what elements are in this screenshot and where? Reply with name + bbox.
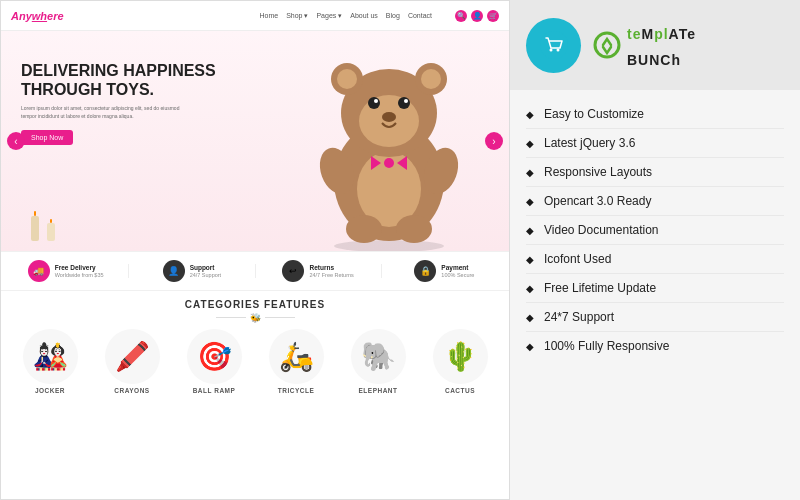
cat-ball-ramp[interactable]: 🎯 BALL RAMP [187, 329, 242, 394]
website-preview: Anywhere Home Shop ▾ Pages ▾ About us Bl… [0, 0, 510, 500]
feature-fully-responsive: ◆ 100% Fully Responsive [526, 332, 784, 360]
hero-text: DELIVERING HAPPINESS THROUGH TOYS. Lorem… [21, 61, 216, 145]
shop-now-button[interactable]: Shop Now [21, 130, 73, 145]
categories-items: 🎎 JOCKER 🖍️ CRAYONS 🎯 BALL RAMP 🛵 TRICYC… [11, 329, 499, 394]
cat-jocker[interactable]: 🎎 JOCKER [23, 329, 78, 394]
svg-point-21 [540, 31, 568, 59]
brand-name: teMplATe BUNCh [593, 19, 696, 71]
features-list: ◆ Easy to Customize ◆ Latest jQuery 3.6 … [510, 90, 800, 500]
feature-responsive: ◆ Responsive Layouts [526, 158, 784, 187]
svg-point-9 [337, 69, 357, 89]
svg-point-6 [396, 215, 432, 243]
tricycle-label: TRICYCLE [278, 387, 315, 394]
cactus-label: CACTUS [445, 387, 475, 394]
svg-point-14 [398, 97, 410, 109]
hero-section: ‹ DELIVERING HAPPINESS THROUGH TOYS. Lor… [1, 31, 509, 251]
nav-about[interactable]: About us [350, 12, 378, 20]
feature-label-3: Responsive Layouts [544, 165, 652, 179]
feature-label-7: Free Lifetime Update [544, 281, 656, 295]
cat-elephant[interactable]: 🐘 ELEPHANT [351, 329, 406, 394]
feature-label-8: 24*7 Support [544, 310, 614, 324]
svg-point-16 [404, 99, 408, 103]
hero-subtitle: Lorem ipsum dolor sit amet, consectetur … [21, 105, 181, 120]
brand-name-text: teMplATe BUNCh [627, 19, 696, 71]
ball-ramp-image: 🎯 [187, 329, 242, 384]
support-sub: 24/7 Support [190, 272, 222, 279]
feature-lifetime-update: ◆ Free Lifetime Update [526, 274, 784, 303]
feature-jquery: ◆ Latest jQuery 3.6 [526, 129, 784, 158]
feature-returns: ↩ Returns 24/7 Free Returns [258, 260, 379, 282]
cactus-image: 🌵 [433, 329, 488, 384]
nav-pages[interactable]: Pages ▾ [316, 12, 342, 20]
feature-label-5: Video Documentation [544, 223, 659, 237]
feature-delivery: 🚚 Free Delivery Worldwide from $35 [5, 260, 126, 282]
decoration [31, 216, 55, 241]
feature-video-docs: ◆ Video Documentation [526, 216, 784, 245]
feature-label-4: Opencart 3.0 Ready [544, 194, 651, 208]
features-bar: 🚚 Free Delivery Worldwide from $35 👤 Sup… [1, 251, 509, 291]
support-icon: 👤 [163, 260, 185, 282]
cart-icon[interactable]: 🛒 [487, 10, 499, 22]
hero-arrow-left[interactable]: ‹ [7, 132, 25, 150]
navbar: Anywhere Home Shop ▾ Pages ▾ About us Bl… [1, 1, 509, 31]
brand-header: teMplATe BUNCh [510, 0, 800, 90]
diamond-icon-7: ◆ [526, 283, 534, 294]
svg-point-17 [382, 112, 396, 122]
returns-sub: 24/7 Free Returns [309, 272, 353, 279]
nav-icons: 🔍 👤 🛒 [455, 10, 499, 22]
delivery-title: Free Delivery [55, 264, 104, 272]
diamond-icon-4: ◆ [526, 196, 534, 207]
diamond-icon-3: ◆ [526, 167, 534, 178]
svg-point-20 [384, 158, 394, 168]
diamond-icon-5: ◆ [526, 225, 534, 236]
feature-opencart: ◆ Opencart 3.0 Ready [526, 187, 784, 216]
templatebunch-logo-icon [593, 31, 621, 59]
cat-tricycle[interactable]: 🛵 TRICYCLE [269, 329, 324, 394]
svg-point-5 [346, 215, 382, 243]
diamond-icon-2: ◆ [526, 138, 534, 149]
svg-point-13 [368, 97, 380, 109]
brand-cart-icon [526, 18, 581, 73]
feature-label-9: 100% Fully Responsive [544, 339, 669, 353]
bee-decoration: 🐝 [250, 313, 261, 323]
tricycle-image: 🛵 [269, 329, 324, 384]
returns-icon: ↩ [282, 260, 304, 282]
svg-point-11 [421, 69, 441, 89]
ball-ramp-label: BALL RAMP [193, 387, 236, 394]
elephant-label: ELEPHANT [358, 387, 397, 394]
hero-arrow-right[interactable]: › [485, 132, 503, 150]
nav-links: Home Shop ▾ Pages ▾ About us Blog Contac… [259, 12, 432, 20]
nav-contact[interactable]: Contact [408, 12, 432, 20]
categories-title: CATEGORIES FEATURES [11, 299, 499, 310]
returns-title: Returns [309, 264, 353, 272]
feature-payment: 🔒 Payment 100% Secure [384, 260, 505, 282]
cat-cactus[interactable]: 🌵 CACTUS [433, 329, 488, 394]
nav-shop[interactable]: Shop ▾ [286, 12, 308, 20]
payment-title: Payment [441, 264, 474, 272]
svg-point-0 [334, 240, 444, 251]
nav-blog[interactable]: Blog [386, 12, 400, 20]
feature-label-1: Easy to Customize [544, 107, 644, 121]
feature-247-support: ◆ 24*7 Support [526, 303, 784, 332]
svg-point-23 [556, 49, 559, 52]
categories-divider: 🐝 [11, 313, 499, 323]
feature-label-2: Latest jQuery 3.6 [544, 136, 635, 150]
right-panel: teMplATe BUNCh ◆ Easy to Customize ◆ Lat… [510, 0, 800, 500]
payment-sub: 100% Secure [441, 272, 474, 279]
jocker-image: 🎎 [23, 329, 78, 384]
diamond-icon-1: ◆ [526, 109, 534, 120]
svg-point-22 [549, 49, 552, 52]
user-icon[interactable]: 👤 [471, 10, 483, 22]
delivery-sub: Worldwide from $35 [55, 272, 104, 279]
cat-crayons[interactable]: 🖍️ CRAYONS [105, 329, 160, 394]
nav-home[interactable]: Home [259, 12, 278, 20]
search-icon[interactable]: 🔍 [455, 10, 467, 22]
bear-illustration [309, 41, 469, 251]
crayons-label: CRAYONS [114, 387, 149, 394]
site-logo: Anywhere [11, 10, 64, 22]
feature-easy-customize: ◆ Easy to Customize [526, 100, 784, 129]
cart-svg [539, 30, 569, 60]
categories-section: CATEGORIES FEATURES 🐝 🎎 JOCKER 🖍️ CRAYON… [1, 291, 509, 400]
diamond-icon-8: ◆ [526, 312, 534, 323]
crayons-image: 🖍️ [105, 329, 160, 384]
